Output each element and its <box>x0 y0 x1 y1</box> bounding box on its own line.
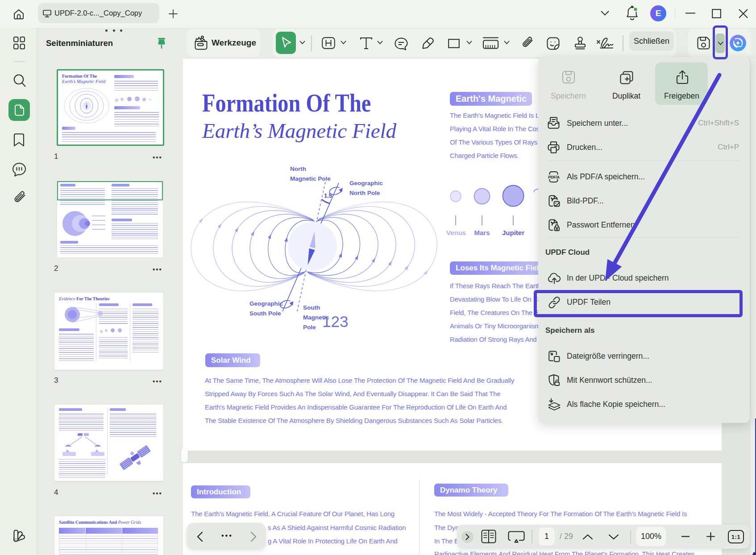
svg-text:PDF/A: PDF/A <box>548 175 560 179</box>
svg-text:South: South <box>303 304 320 311</box>
svg-text:1.5: 1.5 <box>324 192 332 199</box>
svg-text:Geographic: Geographic <box>249 300 283 307</box>
svg-text:Magnetic Pole: Magnetic Pole <box>290 175 331 182</box>
svg-text:South Pole: South Pole <box>249 310 281 317</box>
svg-text:North: North <box>290 166 306 172</box>
svg-text:North Pole: North Pole <box>349 190 380 196</box>
svg-text:Geographic: Geographic <box>349 180 383 186</box>
svg-text:123: 123 <box>322 313 348 330</box>
svg-text:Pole: Pole <box>303 324 316 331</box>
